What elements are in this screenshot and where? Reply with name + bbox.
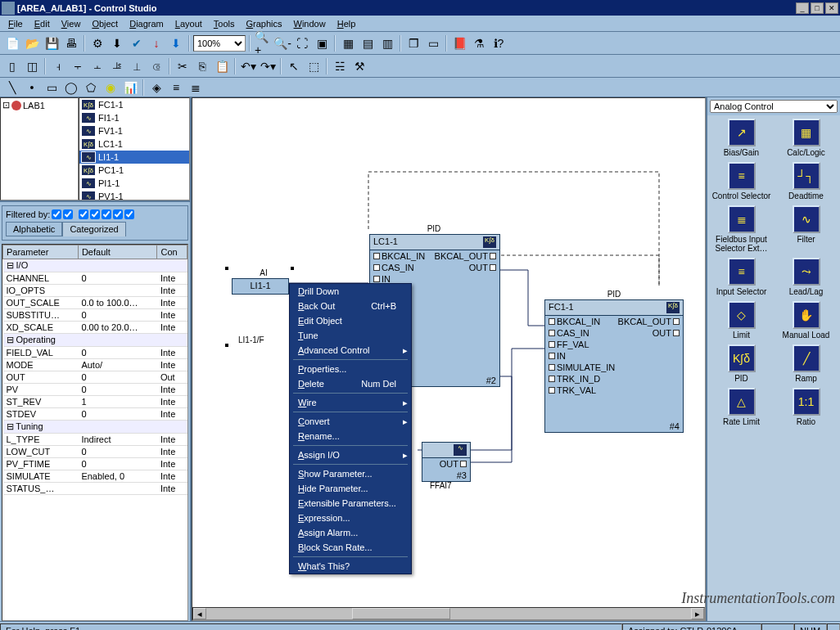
- param-cell[interactable]: STATUS_…: [3, 483, 79, 495]
- param-cell[interactable]: MODE: [3, 359, 79, 371]
- param-cell[interactable]: 0.0 to 100.0…: [78, 297, 157, 309]
- arrow-down-icon[interactable]: ↓: [147, 34, 165, 52]
- grid1-icon[interactable]: ▦: [339, 34, 357, 52]
- copy-icon[interactable]: ⎘: [193, 57, 211, 75]
- algn5-icon[interactable]: ⫠: [88, 57, 106, 75]
- maximize-button[interactable]: □: [811, 2, 824, 14]
- props-icon[interactable]: ⚗: [470, 34, 488, 52]
- param-cell[interactable]: SIMULATE: [3, 470, 79, 483]
- param-cell[interactable]: 0: [78, 458, 157, 470]
- grid2-icon[interactable]: ▤: [359, 34, 377, 52]
- ctx-hide-parameter-[interactable]: Hide Parameter...: [290, 481, 411, 496]
- callout-icon[interactable]: ◉: [102, 79, 120, 97]
- param-cell[interactable]: Inte: [157, 309, 187, 322]
- tab-alphabetic[interactable]: Alphabetic: [6, 222, 62, 236]
- palette-manual-load[interactable]: ✋Manual Load: [775, 301, 837, 340]
- param-cell[interactable]: FIELD_VAL: [3, 347, 79, 359]
- sel-handle[interactable]: [291, 267, 294, 270]
- arrow-down-blue-icon[interactable]: ⬇: [167, 34, 185, 52]
- ctx-expression-[interactable]: Expression...: [290, 511, 411, 525]
- zoom-out-icon[interactable]: 🔍-: [273, 34, 291, 52]
- menu-edit[interactable]: Edit: [29, 17, 55, 30]
- tree-blocks[interactable]: K∫δFC1-1∿FI1-1∿FV1-1K∫δLC1-1∿LI1-1K∫δPC1…: [79, 97, 190, 200]
- param-cell[interactable]: Inte: [157, 285, 187, 297]
- param-cell[interactable]: CHANNEL: [3, 272, 79, 285]
- param-cell[interactable]: L_TYPE: [3, 434, 79, 446]
- param-cell[interactable]: PV: [3, 384, 79, 396]
- palette-lead-lag[interactable]: ⤳Lead/Lag: [775, 258, 837, 296]
- filter-chk-6[interactable]: [113, 209, 123, 219]
- palette-filter[interactable]: ∿Filter: [775, 205, 837, 253]
- filter-chk-7[interactable]: [124, 209, 134, 219]
- param-cell[interactable]: Enabled, 0: [78, 470, 157, 483]
- grid3-icon[interactable]: ▥: [378, 34, 396, 52]
- param-cell[interactable]: Out: [157, 371, 187, 384]
- palette-fieldbus-input-selector-ext-[interactable]: ≣Fieldbus Input Selector Ext…: [711, 205, 772, 253]
- palette-limit[interactable]: ◇Limit: [711, 301, 772, 340]
- line-icon[interactable]: ╲: [3, 79, 21, 97]
- menu-layout[interactable]: Layout: [170, 17, 207, 30]
- ctx-convert[interactable]: Convert: [290, 414, 411, 429]
- view1-icon[interactable]: ◈: [147, 79, 165, 97]
- algn3-icon[interactable]: ⫞: [49, 57, 67, 75]
- param-cell[interactable]: Inte: [157, 297, 187, 309]
- ctx-assign-i-o[interactable]: Assign I/O: [290, 448, 411, 462]
- zoom-100-icon[interactable]: ▣: [313, 34, 331, 52]
- undo-icon[interactable]: ↶▾: [239, 57, 257, 75]
- close-button[interactable]: ✕: [825, 2, 838, 14]
- scroll-thumb[interactable]: [352, 608, 450, 619]
- param-cell[interactable]: 0: [78, 347, 157, 359]
- whatsthis-icon[interactable]: ℹ?: [490, 34, 508, 52]
- tree-item[interactable]: ∿FI1-1: [79, 111, 189, 124]
- param-cell[interactable]: OUT: [3, 371, 79, 384]
- palette-input-selector[interactable]: ≡Input Selector: [711, 258, 772, 296]
- compile-icon[interactable]: ⚙: [88, 34, 106, 52]
- book-icon[interactable]: 📕: [450, 34, 468, 52]
- filter-chk-4[interactable]: [90, 209, 100, 219]
- ctx-block-scan-rate-[interactable]: Block Scan Rate...: [290, 540, 411, 555]
- param-cell[interactable]: Indirect: [78, 434, 157, 446]
- palette-bias-gain[interactable]: ↗Bias/Gain: [711, 119, 772, 157]
- block-pid2[interactable]: FC1-1K∫δ BKCAL_INBKCAL_OUT CAS_INOUT FF_…: [544, 299, 684, 433]
- algn6-icon[interactable]: ⫡: [108, 57, 126, 75]
- zoom-in-icon[interactable]: 🔍+: [254, 34, 272, 52]
- param-cell[interactable]: Inte: [157, 458, 187, 470]
- paste-icon[interactable]: 📋: [213, 57, 231, 75]
- ctx-wire[interactable]: Wire: [290, 395, 411, 410]
- param-cell[interactable]: 0: [78, 371, 157, 384]
- minimize-button[interactable]: _: [796, 2, 809, 14]
- param-cell[interactable]: Auto/: [78, 359, 157, 371]
- param-cell[interactable]: XD_SCALE: [3, 322, 79, 334]
- palette-pid[interactable]: K∫δPID: [711, 344, 772, 383]
- filter-chk-2[interactable]: [63, 209, 73, 219]
- ctx-advanced-control[interactable]: Advanced Control: [290, 343, 411, 358]
- tree-hierarchy[interactable]: ⊡ LAB1: [0, 97, 79, 200]
- parameter-table[interactable]: ParameterDefaultCon⊟ I/O CHANNEL0Inte IO…: [2, 244, 188, 621]
- tree-item[interactable]: ∿PV1-1: [79, 190, 189, 200]
- sel-handle[interactable]: [225, 344, 228, 347]
- algn1-icon[interactable]: ▯: [3, 57, 21, 75]
- param-cell[interactable]: OUT_SCALE: [3, 297, 79, 309]
- cascade-icon[interactable]: ❐: [404, 34, 422, 52]
- ctx-extensible-parameters-[interactable]: Extensible Parameters...: [290, 496, 411, 511]
- param-cell[interactable]: Inte: [157, 322, 187, 334]
- param-cell[interactable]: 0: [78, 408, 157, 421]
- menu-tools[interactable]: Tools: [209, 17, 240, 30]
- ctx-edit-object[interactable]: Edit Object: [290, 313, 411, 328]
- canvas-hscrollbar[interactable]: ◂ ▸: [192, 607, 705, 620]
- rect-icon[interactable]: ▭: [43, 79, 61, 97]
- param-cell[interactable]: STDEV: [3, 408, 79, 421]
- ctx-rename-[interactable]: Rename...: [290, 429, 411, 443]
- param-header[interactable]: Parameter: [3, 245, 79, 259]
- param-cell[interactable]: PV_FTIME: [3, 458, 79, 470]
- zoom-select[interactable]: 100%: [193, 35, 246, 52]
- check-icon[interactable]: ✔: [128, 34, 146, 52]
- param-cell[interactable]: ST_REV: [3, 396, 79, 408]
- redo-icon[interactable]: ↷▾: [259, 57, 277, 75]
- ctx-show-parameter-[interactable]: Show Parameter...: [290, 466, 411, 481]
- filter-chk-5[interactable]: [102, 209, 111, 219]
- algn4-icon[interactable]: ⫟: [69, 57, 87, 75]
- palette-deadtime[interactable]: ┘┐Deadtime: [775, 162, 837, 200]
- palette-calc-logic[interactable]: ▦Calc/Logic: [775, 119, 837, 157]
- select-icon[interactable]: ⬚: [305, 57, 323, 75]
